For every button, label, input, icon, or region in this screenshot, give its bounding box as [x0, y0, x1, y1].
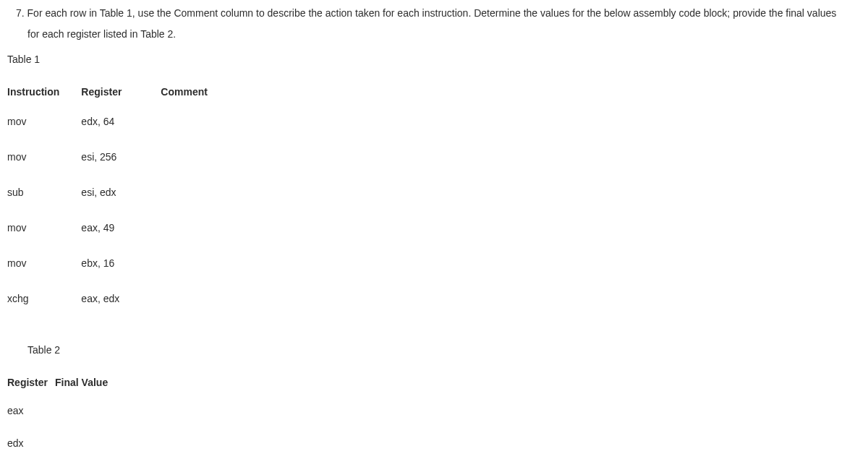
cell-instruction: mov — [7, 246, 81, 281]
table-row: mov esi, 256 — [7, 140, 229, 175]
cell-finalvalue — [55, 427, 115, 460]
table-row: mov eax, 49 — [7, 210, 229, 246]
table1-header-instruction: Instruction — [7, 80, 81, 104]
cell-register: esi, edx — [81, 175, 161, 210]
table-row: xchg eax, edx — [7, 281, 229, 317]
cell-finalvalue — [55, 395, 115, 427]
cell-comment — [161, 210, 229, 246]
cell-comment — [161, 104, 229, 140]
table-row: eax — [7, 395, 115, 427]
table2-label: Table 2 — [27, 343, 861, 358]
table1: Instruction Register Comment mov edx, 64… — [7, 80, 229, 317]
cell-register: esi, 256 — [81, 140, 161, 175]
cell-register: eax — [7, 395, 55, 427]
cell-instruction: mov — [7, 210, 81, 246]
cell-register: edx, 64 — [81, 104, 161, 140]
cell-finalvalue — [55, 460, 115, 467]
table1-label: Table 1 — [7, 52, 861, 67]
table1-header-comment: Comment — [161, 80, 229, 104]
cell-register: edx — [7, 427, 55, 460]
table1-header-register: Register — [81, 80, 161, 104]
table2-header-finalvalue: Final Value — [55, 371, 115, 395]
cell-register: esi — [7, 460, 55, 467]
cell-instruction: mov — [7, 140, 81, 175]
table2: Register Final Value eax edx esi — [7, 371, 115, 467]
cell-comment — [161, 281, 229, 317]
table2-header-row: Register Final Value — [7, 371, 115, 395]
table-row: sub esi, edx — [7, 175, 229, 210]
cell-register: eax, edx — [81, 281, 161, 317]
table-row: mov ebx, 16 — [7, 246, 229, 281]
table-row: mov edx, 64 — [7, 104, 229, 140]
table1-header-row: Instruction Register Comment — [7, 80, 229, 104]
cell-instruction: mov — [7, 104, 81, 140]
cell-instruction: sub — [7, 175, 81, 210]
cell-register: ebx, 16 — [81, 246, 161, 281]
question-line2: for each register listed in Table 2. — [7, 27, 861, 42]
cell-comment — [161, 246, 229, 281]
table2-header-register: Register — [7, 371, 55, 395]
table-row: edx — [7, 427, 115, 460]
table-row: esi — [7, 460, 115, 467]
cell-instruction: xchg — [7, 281, 81, 317]
cell-comment — [161, 175, 229, 210]
cell-register: eax, 49 — [81, 210, 161, 246]
question-line1: 7. For each row in Table 1, use the Comm… — [7, 6, 861, 21]
cell-comment — [161, 140, 229, 175]
